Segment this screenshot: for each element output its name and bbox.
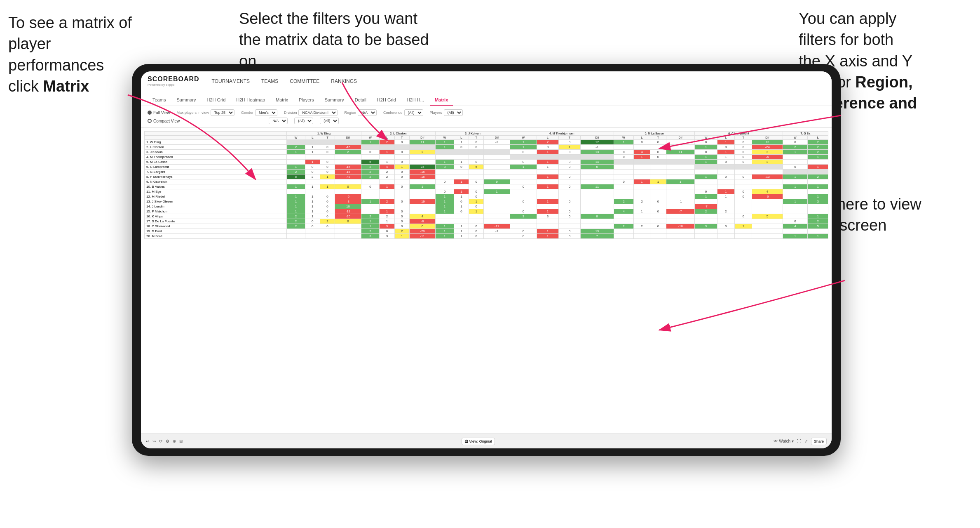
matrix-cell[interactable]: [614, 160, 633, 165]
matrix-cell[interactable]: 0: [558, 140, 580, 145]
matrix-cell[interactable]: [335, 140, 361, 145]
grid-btn[interactable]: ⊞: [179, 439, 183, 443]
matrix-cell[interactable]: 0: [469, 224, 484, 229]
matrix-cell[interactable]: 0: [650, 155, 666, 160]
matrix-cell[interactable]: 1: [380, 150, 394, 155]
matrix-cell[interactable]: 0: [735, 155, 752, 160]
matrix-cell[interactable]: [735, 219, 752, 224]
matrix-cell[interactable]: [717, 214, 734, 219]
matrix-cell[interactable]: -8: [409, 219, 436, 224]
matrix-cell[interactable]: [510, 179, 537, 184]
matrix-cell[interactable]: [666, 234, 695, 239]
matrix-cell[interactable]: [287, 189, 305, 194]
matrix-cell[interactable]: [484, 204, 510, 209]
matrix-cell[interactable]: 13: [581, 229, 614, 234]
nav-rankings[interactable]: RANKINGS: [331, 77, 357, 86]
matrix-cell[interactable]: 1: [537, 150, 558, 155]
matrix-cell[interactable]: 3: [510, 214, 537, 219]
matrix-cell[interactable]: 0: [454, 199, 469, 204]
matrix-cell[interactable]: 2: [614, 199, 633, 204]
matrix-cell[interactable]: [305, 155, 320, 160]
matrix-cell[interactable]: 1: [717, 140, 734, 145]
matrix-cell[interactable]: [717, 199, 734, 204]
matrix-cell[interactable]: 0: [717, 145, 734, 150]
matrix-cell[interactable]: [335, 160, 361, 165]
matrix-cell[interactable]: 0: [650, 150, 666, 155]
matrix-cell[interactable]: 0: [394, 174, 409, 179]
matrix-cell[interactable]: 5: [808, 224, 828, 229]
matrix-cell[interactable]: [783, 179, 808, 184]
matrix-cell[interactable]: -1: [581, 145, 614, 150]
matrix-cell[interactable]: [752, 184, 783, 189]
matrix-cell[interactable]: -16: [335, 145, 361, 150]
matrix-cell[interactable]: 1: [695, 174, 717, 179]
matrix-cell[interactable]: [752, 179, 783, 184]
matrix-cell[interactable]: 0: [735, 160, 752, 165]
matrix-cell[interactable]: [783, 229, 808, 234]
matrix-cell[interactable]: 2: [409, 150, 436, 155]
matrix-cell[interactable]: [783, 194, 808, 199]
matrix-cell[interactable]: [614, 194, 633, 199]
matrix-cell[interactable]: 2: [380, 199, 394, 204]
matrix-cell[interactable]: 1: [650, 179, 666, 184]
matrix-cell[interactable]: 1: [361, 224, 380, 229]
matrix-cell[interactable]: [650, 165, 666, 170]
matrix-cell[interactable]: 0: [469, 145, 484, 150]
tab-teams[interactable]: Teams: [148, 95, 171, 106]
matrix-cell[interactable]: 9: [484, 179, 510, 184]
matrix-cell[interactable]: [558, 189, 580, 194]
matrix-cell[interactable]: 7: [581, 234, 614, 239]
matrix-cell[interactable]: 1: [537, 174, 558, 179]
matrix-cell[interactable]: 1: [361, 140, 380, 145]
matrix-cell[interactable]: 2: [634, 199, 650, 204]
matrix-cell[interactable]: [735, 170, 752, 174]
matrix-cell[interactable]: 0: [305, 170, 320, 174]
matrix-cell[interactable]: [537, 204, 558, 209]
matrix-cell[interactable]: [409, 204, 436, 209]
fullscreen-btn[interactable]: ⛶: [797, 439, 801, 443]
matrix-cell[interactable]: 1: [783, 234, 808, 239]
matrix-cell[interactable]: 2: [287, 170, 305, 174]
matrix-cell[interactable]: 1: [510, 145, 537, 150]
matrix-cell[interactable]: [666, 214, 695, 219]
matrix-cell[interactable]: [808, 189, 828, 194]
matrix-cell[interactable]: [361, 155, 380, 160]
matrix-cell[interactable]: [634, 214, 650, 219]
matrix-cell[interactable]: [695, 199, 717, 204]
matrix-cell[interactable]: 1: [436, 229, 454, 234]
matrix-cell[interactable]: 0: [735, 145, 752, 150]
matrix-cell[interactable]: [695, 214, 717, 219]
matrix-cell[interactable]: -11: [484, 224, 510, 229]
matrix-cell[interactable]: 0: [537, 145, 558, 150]
matrix-cell[interactable]: 0: [717, 224, 734, 229]
matrix-cell[interactable]: [752, 229, 783, 234]
matrix-cell[interactable]: [305, 140, 320, 145]
matrix-cell[interactable]: 1: [783, 174, 808, 179]
nav-committee[interactable]: COMMITTEE: [290, 77, 319, 86]
matrix-cell[interactable]: [666, 165, 695, 170]
matrix-cell[interactable]: [808, 209, 828, 214]
matrix-cell[interactable]: [454, 184, 469, 189]
matrix-cell[interactable]: 1: [287, 184, 305, 189]
matrix-cell[interactable]: [634, 184, 650, 189]
matrix-cell[interactable]: [695, 170, 717, 174]
matrix-cell[interactable]: [808, 170, 828, 174]
matrix-cell[interactable]: [695, 184, 717, 189]
matrix-cell[interactable]: [484, 184, 510, 189]
matrix-cell[interactable]: 2: [808, 145, 828, 150]
matrix-cell[interactable]: [469, 174, 484, 179]
matrix-cell[interactable]: 1: [695, 145, 717, 150]
matrix-cell[interactable]: [581, 194, 614, 199]
matrix-cell[interactable]: [454, 170, 469, 174]
matrix-cell[interactable]: -3: [335, 199, 361, 204]
matrix-cell[interactable]: 1: [510, 165, 537, 170]
matrix-cell[interactable]: 0: [783, 140, 808, 145]
matrix-cell[interactable]: [614, 189, 633, 194]
matrix-cell[interactable]: -7: [666, 209, 695, 214]
matrix-cell[interactable]: [581, 170, 614, 174]
matrix-cell[interactable]: [484, 155, 510, 160]
matrix-cell[interactable]: [361, 179, 380, 184]
matrix-cell[interactable]: 0: [558, 174, 580, 179]
matrix-cell[interactable]: [783, 160, 808, 165]
matrix-cell[interactable]: [469, 155, 484, 160]
